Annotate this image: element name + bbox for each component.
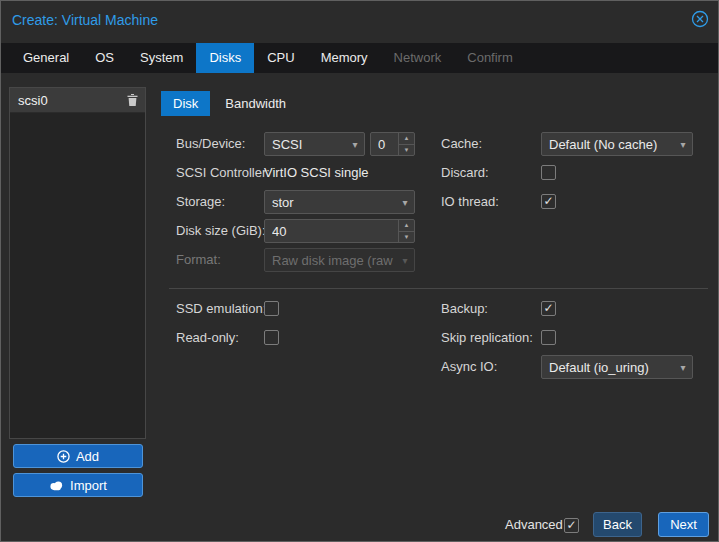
plus-circle-icon xyxy=(57,450,70,463)
next-button[interactable]: Next xyxy=(658,512,709,537)
trash-icon[interactable] xyxy=(127,94,138,106)
tab-disks[interactable]: Disks xyxy=(196,43,254,73)
tab-system[interactable]: System xyxy=(127,43,196,73)
tab-memory[interactable]: Memory xyxy=(308,43,381,73)
backup-label: Backup: xyxy=(441,297,488,321)
chevron-down-icon[interactable]: ▾ xyxy=(674,133,692,155)
close-icon[interactable] xyxy=(691,10,709,28)
bus-select[interactable]: SCSI ▾ xyxy=(264,132,365,156)
device-spinner: ▲ ▼ xyxy=(398,133,414,155)
discard-label: Discard: xyxy=(441,161,489,185)
spinner-down-icon[interactable]: ▼ xyxy=(399,145,414,156)
read-only-checkbox[interactable]: ✓ xyxy=(264,330,279,345)
io-thread-label: IO thread: xyxy=(441,190,499,214)
format-select: Raw disk image (raw ▾ xyxy=(264,248,415,272)
spinner-down-icon[interactable]: ▼ xyxy=(399,232,414,243)
disk-list-item-scsi0[interactable]: scsi0 xyxy=(10,88,145,113)
subtab-bandwidth[interactable]: Bandwidth xyxy=(213,91,298,116)
chevron-down-icon: ▾ xyxy=(396,249,414,271)
storage-label: Storage: xyxy=(176,190,225,214)
async-io-select[interactable]: Default (io_uring) ▾ xyxy=(541,355,693,379)
disk-item-label: scsi0 xyxy=(18,93,48,108)
cloud-import-icon xyxy=(49,480,64,491)
format-label: Format: xyxy=(176,248,221,272)
storage-select-value: stor xyxy=(272,195,396,210)
wizard-tab-bar: General OS System Disks CPU Memory Netwo… xyxy=(1,43,718,73)
back-button[interactable]: Back xyxy=(593,512,642,537)
device-number-value: 0 xyxy=(378,137,398,152)
disk-list-panel: scsi0 xyxy=(9,87,146,439)
spinner-up-icon[interactable]: ▲ xyxy=(399,133,414,145)
advanced-checkbox[interactable]: ✓ xyxy=(564,518,579,533)
cache-select[interactable]: Default (No cache) ▾ xyxy=(541,132,693,156)
dialog-title: Create: Virtual Machine xyxy=(12,12,158,28)
device-number-field[interactable]: 0 ▲ ▼ xyxy=(370,132,415,156)
tab-general[interactable]: General xyxy=(10,43,82,73)
read-only-label: Read-only: xyxy=(176,326,239,350)
advanced-label: Advanced xyxy=(505,513,563,537)
next-button-label: Next xyxy=(670,517,697,532)
skip-replication-label: Skip replication: xyxy=(441,326,533,350)
skip-replication-checkbox[interactable]: ✓ xyxy=(541,330,556,345)
checkmark-icon: ✓ xyxy=(542,302,555,315)
io-thread-checkbox[interactable]: ✓ xyxy=(541,194,556,209)
checkmark-icon: ✓ xyxy=(542,195,555,208)
import-button-label: Import xyxy=(70,478,107,493)
disk-subtab-bar: Disk Bandwidth xyxy=(161,91,298,116)
form-separator xyxy=(169,288,708,289)
add-button-label: Add xyxy=(76,449,99,464)
disk-size-field[interactable]: 40 ▲ ▼ xyxy=(264,219,415,243)
scsi-controller-value: VirtIO SCSI single xyxy=(264,161,369,185)
chevron-down-icon[interactable]: ▾ xyxy=(346,133,364,155)
scsi-controller-label: SCSI Controller: xyxy=(176,161,270,185)
chevron-down-icon[interactable]: ▾ xyxy=(674,356,692,378)
cache-label: Cache: xyxy=(441,132,482,156)
add-button[interactable]: Add xyxy=(13,444,143,468)
tab-network: Network xyxy=(381,43,455,73)
chevron-down-icon[interactable]: ▾ xyxy=(396,191,414,213)
ssd-emulation-checkbox[interactable]: ✓ xyxy=(264,301,279,316)
back-button-label: Back xyxy=(603,517,632,532)
ssd-emulation-label: SSD emulation: xyxy=(176,297,266,321)
bus-select-value: SCSI xyxy=(272,137,346,152)
checkmark-icon: ✓ xyxy=(565,519,578,532)
disk-size-spinner: ▲ ▼ xyxy=(398,220,414,242)
tab-confirm: Confirm xyxy=(454,43,526,73)
discard-checkbox[interactable]: ✓ xyxy=(541,165,556,180)
backup-checkbox[interactable]: ✓ xyxy=(541,301,556,316)
bus-device-label: Bus/Device: xyxy=(176,132,245,156)
storage-select[interactable]: stor ▾ xyxy=(264,190,415,214)
async-io-label: Async IO: xyxy=(441,355,497,379)
async-io-select-value: Default (io_uring) xyxy=(549,360,674,375)
format-select-value: Raw disk image (raw xyxy=(272,253,396,268)
import-button[interactable]: Import xyxy=(13,473,143,497)
tab-cpu[interactable]: CPU xyxy=(254,43,307,73)
subtab-disk[interactable]: Disk xyxy=(161,91,210,116)
create-vm-dialog: Create: Virtual Machine General OS Syste… xyxy=(0,0,719,542)
disk-size-value: 40 xyxy=(272,224,398,239)
tab-os[interactable]: OS xyxy=(82,43,127,73)
disk-size-label: Disk size (GiB): xyxy=(176,219,266,243)
cache-select-value: Default (No cache) xyxy=(549,137,674,152)
spinner-up-icon[interactable]: ▲ xyxy=(399,220,414,232)
